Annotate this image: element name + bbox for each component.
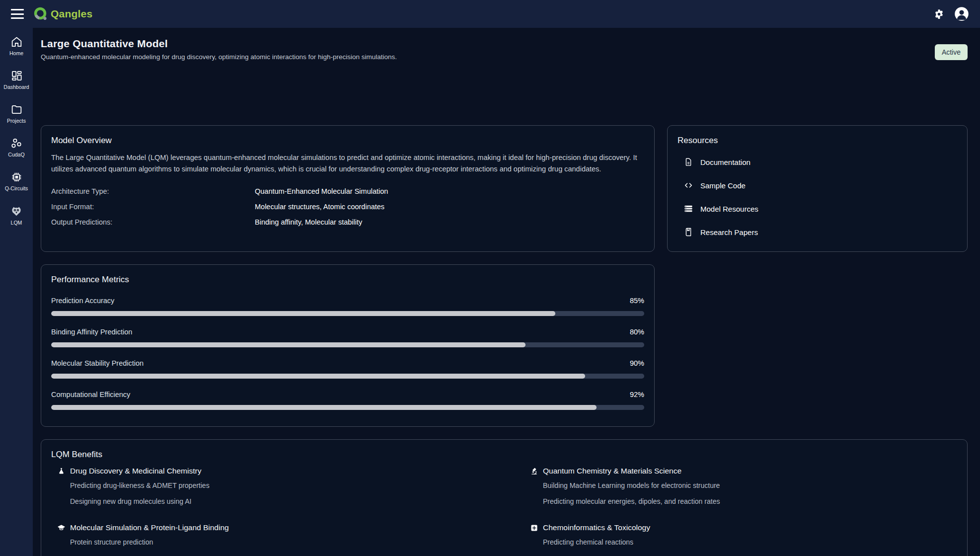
plus-box-icon <box>530 524 538 532</box>
settings-gear-icon[interactable] <box>933 8 945 20</box>
metric-label: Molecular Stability Prediction <box>51 359 144 367</box>
status-badge: Active <box>935 44 968 60</box>
benefit-item: Protein structure prediction <box>70 537 484 547</box>
document-icon <box>683 157 693 167</box>
resource-item-documentation[interactable]: Documentation <box>678 157 957 167</box>
sidebar-label: Q-Circuits <box>5 185 28 191</box>
owl-icon <box>10 205 23 218</box>
spec-label: Output Predictions: <box>51 217 255 227</box>
benefits-grid: Drug Discovery & Medicinal Chemistry Pre… <box>51 467 957 553</box>
main-content: Large Quantitative Model Quantum-enhance… <box>33 28 980 556</box>
spec-label: Input Format: <box>51 202 255 212</box>
performance-title: Performance Metrics <box>51 275 644 285</box>
sidebar-label: Projects <box>7 118 26 124</box>
progress-bar-fill <box>51 311 555 316</box>
book-icon <box>683 227 693 237</box>
metric-label: Binding Affinity Prediction <box>51 328 132 336</box>
sidebar-item-dashboard[interactable]: Dashboard <box>0 69 33 91</box>
folder-icon <box>10 103 23 116</box>
resources-list: Documentation Sample Code <box>678 157 957 237</box>
model-specs: Architecture Type: Quantum-Enhanced Mole… <box>51 186 644 227</box>
resources-title: Resources <box>678 136 957 146</box>
sidebar-label: LQM <box>11 220 22 226</box>
benefit-item: Predicting molecular energies, dipoles, … <box>543 496 957 506</box>
sidebar-label: Home <box>9 50 23 56</box>
progress-bar-fill <box>51 342 526 347</box>
progress-bar-fill <box>51 405 597 410</box>
graduation-cap-icon <box>57 524 66 532</box>
benefit-heading: Molecular Simulation & Protein-Ligand Bi… <box>70 523 229 532</box>
spec-label: Architecture Type: <box>51 186 255 196</box>
lqm-benefits-card: LQM Benefits Drug Discovery & Medicinal … <box>41 439 968 556</box>
sidebar: Home Dashboard Projects Cu <box>0 28 33 556</box>
metric-molecular-stability: Molecular Stability Prediction 90% <box>51 359 644 379</box>
benefit-group-quantum-chemistry: Quantum Chemistry & Materials Science Bu… <box>524 467 957 512</box>
page-subtitle: Quantum-enhanced molecular modeling for … <box>41 53 397 61</box>
benefit-item: Building Machine Learning models for ele… <box>543 480 957 490</box>
resource-item-sample-code[interactable]: Sample Code <box>678 180 957 190</box>
sidebar-label: CudaQ <box>8 152 24 158</box>
benefit-group-drug-discovery: Drug Discovery & Medicinal Chemistry Pre… <box>51 467 484 512</box>
user-avatar-icon[interactable] <box>954 6 969 21</box>
resource-label: Documentation <box>700 158 751 166</box>
benefit-group-molecular-simulation: Molecular Simulation & Protein-Ligand Bi… <box>51 523 484 553</box>
metric-label: Prediction Accuracy <box>51 297 114 305</box>
progress-bar <box>51 374 644 379</box>
metric-value: 80% <box>630 328 644 336</box>
qangles-logo-icon <box>33 6 49 22</box>
progress-bar <box>51 342 644 347</box>
microscope-icon <box>530 467 538 476</box>
page-title: Large Quantitative Model <box>41 38 397 50</box>
benefit-item: Predicting chemical reactions <box>543 537 957 547</box>
progress-bar-fill <box>51 374 585 379</box>
benefit-heading: Chemoinformatics & Toxicology <box>543 523 650 532</box>
cudaq-nodes-icon <box>10 137 23 150</box>
flask-icon <box>57 467 66 476</box>
benefit-heading: Quantum Chemistry & Materials Science <box>543 467 681 476</box>
spec-row: Output Predictions: Binding affinity, Mo… <box>51 217 644 227</box>
metric-value: 92% <box>630 391 644 398</box>
model-overview-card: Model Overview The Large Quantitative Mo… <box>41 125 655 252</box>
resource-label: Sample Code <box>700 181 746 190</box>
brand[interactable]: Qangles <box>33 6 92 22</box>
metric-value: 90% <box>630 359 644 367</box>
chip-icon <box>10 171 23 183</box>
spec-row: Architecture Type: Quantum-Enhanced Mole… <box>51 186 644 196</box>
resource-item-model-resources[interactable]: Model Resources <box>678 204 957 214</box>
metric-label: Computational Efficiency <box>51 391 130 398</box>
model-overview-description: The Large Quantitative Model (LQM) lever… <box>51 152 637 175</box>
menu-icon[interactable] <box>11 9 24 19</box>
progress-bar <box>51 311 644 316</box>
sidebar-item-lqm[interactable]: LQM <box>0 204 33 227</box>
performance-metrics-card: Performance Metrics Prediction Accuracy … <box>41 264 655 427</box>
resources-card: Resources Documentation <box>667 125 968 252</box>
brand-name: Qangles <box>51 8 92 20</box>
metric-computational-efficiency: Computational Efficiency 92% <box>51 391 644 410</box>
home-icon <box>10 36 23 48</box>
sidebar-item-home[interactable]: Home <box>0 35 33 57</box>
dashboard-icon <box>10 70 23 82</box>
resource-label: Model Resources <box>700 205 758 213</box>
benefit-group-chemoinformatics: Chemoinformatics & Toxicology Predicting… <box>524 523 957 553</box>
sidebar-item-q-circuits[interactable]: Q-Circuits <box>0 170 33 192</box>
metric-value: 85% <box>630 297 644 305</box>
metric-binding-affinity: Binding Affinity Prediction 80% <box>51 328 644 347</box>
code-icon <box>683 180 693 190</box>
benefits-title: LQM Benefits <box>51 450 957 460</box>
page-header: Large Quantitative Model Quantum-enhance… <box>41 38 968 61</box>
sidebar-item-cudaq[interactable]: CudaQ <box>0 136 33 159</box>
spec-value: Quantum-Enhanced Molecular Simulation <box>255 186 388 196</box>
spec-value: Molecular structures, Atomic coordinates <box>255 202 384 212</box>
app-header: Qangles <box>0 0 980 28</box>
sidebar-item-projects[interactable]: Projects <box>0 102 33 125</box>
benefit-heading: Drug Discovery & Medicinal Chemistry <box>70 467 201 476</box>
metric-prediction-accuracy: Prediction Accuracy 85% <box>51 297 644 316</box>
progress-bar <box>51 405 644 410</box>
storage-list-icon <box>683 204 693 214</box>
resource-item-research-papers[interactable]: Research Papers <box>678 227 957 237</box>
spec-value: Binding affinity, Molecular stability <box>255 217 362 227</box>
benefit-item: Designing new drug molecules using AI <box>70 496 484 506</box>
model-overview-title: Model Overview <box>51 136 644 146</box>
spec-row: Input Format: Molecular structures, Atom… <box>51 202 644 212</box>
resource-label: Research Papers <box>700 228 758 237</box>
